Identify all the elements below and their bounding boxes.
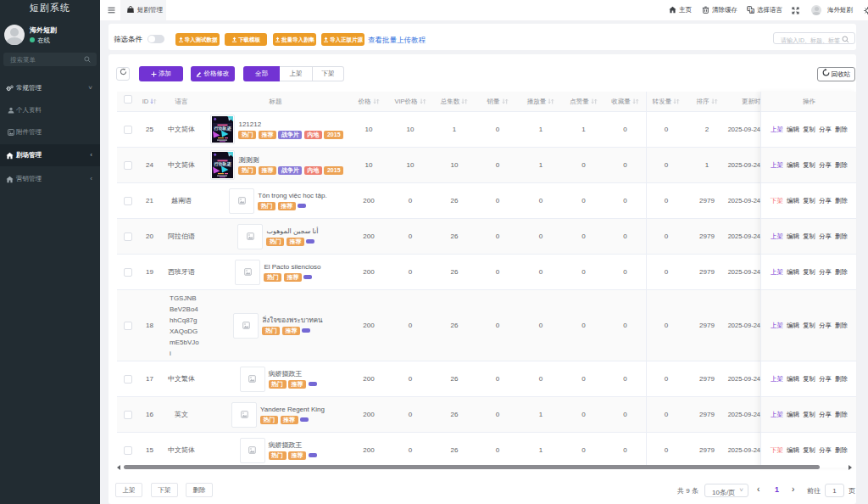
svg-text:行动轨迹: 行动轨迹 — [214, 161, 232, 167]
svg-text:行动轨迹: 行动轨迹 — [214, 126, 232, 132]
